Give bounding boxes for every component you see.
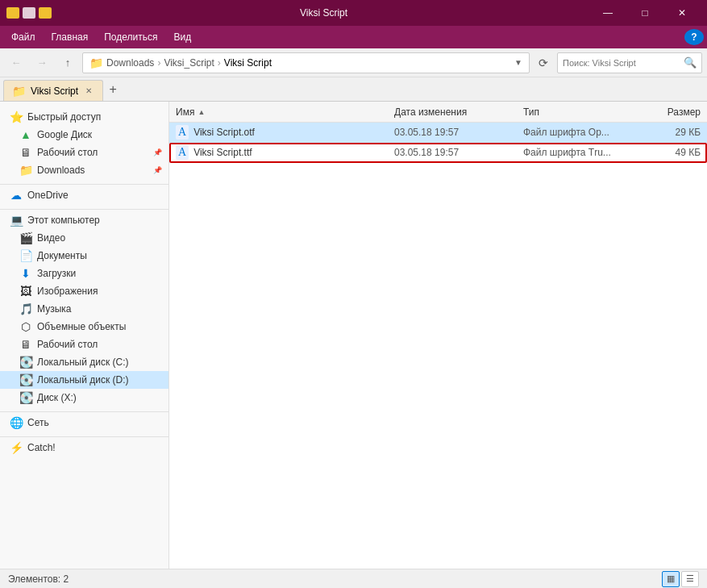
menubar: Файл Главная Поделиться Вид ? [0, 26, 707, 48]
sidebar-item-label: Catch! [27, 442, 56, 453]
address-bar[interactable]: 📁 Downloads › Viksi_Script › Viksi Scrip… [82, 52, 530, 73]
sidebar-item-local-c[interactable]: 💽 Локальный диск (C:) [0, 353, 168, 371]
col-header-name[interactable]: Имя ▲ [176, 106, 394, 118]
quick-access-label: Быстрый доступ [27, 111, 101, 123]
tabbar: 📁 Viksi Script ✕ + [0, 77, 707, 102]
menu-file[interactable]: Файл [3, 28, 44, 46]
items-count: Элементов: 2 [8, 573, 69, 585]
address-part-script[interactable]: Viksi_Script [164, 57, 214, 69]
sidebar-item-catch[interactable]: ⚡ Catch! [0, 439, 168, 457]
filelist-header: Имя ▲ Дата изменения Тип Размер [169, 102, 707, 123]
local-c-icon: 💽 [19, 356, 32, 369]
view-list-button[interactable]: ☰ [681, 571, 699, 587]
folder-icon: 📁 [89, 56, 103, 69]
titlebar-icons [6, 7, 52, 19]
sidebar-item-label: Google Диск [37, 129, 92, 140]
this-pc-icon: 💻 [10, 214, 23, 227]
sidebar-item-onedrive[interactable]: ☁ OneDrive [0, 186, 168, 204]
up-button[interactable]: ↑ [56, 52, 79, 73]
file-size-otf: 29 КБ [636, 127, 701, 138]
catch-icon: ⚡ [10, 441, 23, 454]
tab-viksi-script[interactable]: 📁 Viksi Script ✕ [3, 80, 103, 101]
file-row-ttf[interactable]: A Viksi Script.ttf 03.05.18 19:57 Файл ш… [169, 143, 707, 163]
sidebar-item-label: Этот компьютер [27, 215, 100, 226]
refresh-button[interactable]: ⟳ [533, 52, 554, 73]
sidebar-item-label: Объемные объекты [37, 321, 126, 332]
menu-home[interactable]: Главная [44, 28, 97, 46]
titlebar: Viksi Script — □ ✕ [0, 0, 707, 26]
menu-share[interactable]: Поделиться [96, 28, 165, 46]
titlebar-icon-2 [23, 7, 35, 19]
help-button[interactable]: ? [684, 29, 704, 45]
menu-view[interactable]: Вид [165, 28, 199, 46]
search-input[interactable] [563, 58, 680, 68]
local-d-icon: 💽 [19, 373, 32, 386]
minimize-button[interactable]: — [589, 0, 626, 26]
back-button[interactable]: ← [5, 52, 27, 73]
col-header-type[interactable]: Тип [523, 106, 636, 118]
view-details-button[interactable]: ▦ [662, 571, 680, 587]
forward-button[interactable]: → [31, 52, 53, 73]
tab-close-button[interactable]: ✕ [83, 85, 94, 97]
sidebar-item-video[interactable]: 🎬 Видео [0, 229, 168, 247]
onedrive-icon: ☁ [10, 189, 23, 202]
downloads2-icon: ⬇ [19, 267, 32, 280]
sidebar-item-label: Видео [37, 232, 65, 244]
titlebar-controls: — □ ✕ [589, 0, 701, 26]
sidebar-item-3d-objects[interactable]: ⬡ Объемные объекты [0, 318, 168, 336]
file-list: Имя ▲ Дата изменения Тип Размер A Viksi … [169, 102, 707, 569]
maximize-button[interactable]: □ [626, 0, 663, 26]
file-type-ttf: Файл шрифта Тru... [523, 147, 636, 158]
quick-access-icon: ⭐ [10, 111, 23, 123]
sidebar-item-quick-access[interactable]: ⭐ Быстрый доступ [0, 108, 168, 126]
sidebar-item-label: Музыка [37, 303, 71, 315]
file-icon-otf: A [176, 125, 189, 140]
file-date-otf: 03.05.18 19:57 [394, 127, 523, 138]
pin-icon-downloads: 📌 [153, 166, 162, 174]
disk-x-icon: 💽 [19, 391, 32, 404]
titlebar-icon-1 [6, 7, 19, 19]
sidebar-item-music[interactable]: 🎵 Музыка [0, 300, 168, 318]
col-header-date[interactable]: Дата изменения [394, 106, 523, 118]
sidebar-item-downloads2[interactable]: ⬇ Загрузки [0, 265, 168, 282]
sidebar-item-disk-x[interactable]: 💽 Диск (X:) [0, 389, 168, 407]
address-sep-1: › [157, 57, 160, 69]
sidebar-item-images[interactable]: 🖼 Изображения [0, 282, 168, 300]
sidebar-item-label: Сеть [27, 417, 49, 428]
video-icon: 🎬 [19, 231, 32, 244]
address-part-downloads[interactable]: Downloads [106, 57, 154, 69]
sidebar-item-label: Рабочий стол [37, 339, 98, 350]
new-tab-button[interactable]: + [103, 80, 123, 99]
file-row-otf[interactable]: A Viksi Script.otf 03.05.18 19:57 Файл ш… [169, 123, 707, 143]
address-sep-2: › [218, 57, 221, 69]
address-chevron-icon[interactable]: ▼ [514, 58, 522, 67]
main-content: ⭐ Быстрый доступ ▲ Google Диск 🖥 Рабочий… [0, 102, 707, 569]
col-header-size[interactable]: Размер [636, 106, 701, 118]
sidebar-item-label: Диск (X:) [37, 392, 77, 403]
sidebar-item-downloads[interactable]: 📁 Downloads 📌 [0, 161, 168, 179]
images-icon: 🖼 [19, 285, 32, 298]
file-name-otf: A Viksi Script.otf [176, 125, 394, 140]
close-button[interactable]: ✕ [663, 0, 701, 26]
sidebar-item-label: Изображения [37, 286, 98, 297]
sidebar-item-local-d[interactable]: 💽 Локальный диск (D:) [0, 371, 168, 389]
sidebar-item-this-pc[interactable]: 💻 Этот компьютер [0, 211, 168, 229]
music-icon: 🎵 [19, 302, 32, 315]
sidebar-item-documents[interactable]: 📄 Документы [0, 247, 168, 265]
file-name-ttf: A Viksi Script.ttf [176, 145, 394, 160]
titlebar-icon-3 [39, 7, 52, 19]
tab-folder-icon: 📁 [12, 85, 26, 98]
documents-icon: 📄 [19, 249, 32, 262]
toolbar: ← → ↑ 📁 Downloads › Viksi_Script › Viksi… [0, 48, 707, 77]
network-icon: 🌐 [10, 416, 23, 429]
sidebar-item-label: Документы [37, 250, 87, 261]
sidebar-item-label: Downloads [37, 165, 85, 176]
sidebar-item-network[interactable]: 🌐 Сеть [0, 414, 168, 432]
view-buttons: ▦ ☰ [662, 571, 699, 587]
sidebar-item-label: Рабочий стол [37, 147, 98, 158]
desktop2-icon: 🖥 [19, 338, 32, 351]
file-type-otf: Файл шрифта Ор... [523, 127, 636, 138]
sidebar-item-desktop2[interactable]: 🖥 Рабочий стол [0, 336, 168, 353]
sidebar-item-google-drive[interactable]: ▲ Google Диск [0, 126, 168, 144]
sidebar-item-desktop[interactable]: 🖥 Рабочий стол 📌 [0, 144, 168, 161]
